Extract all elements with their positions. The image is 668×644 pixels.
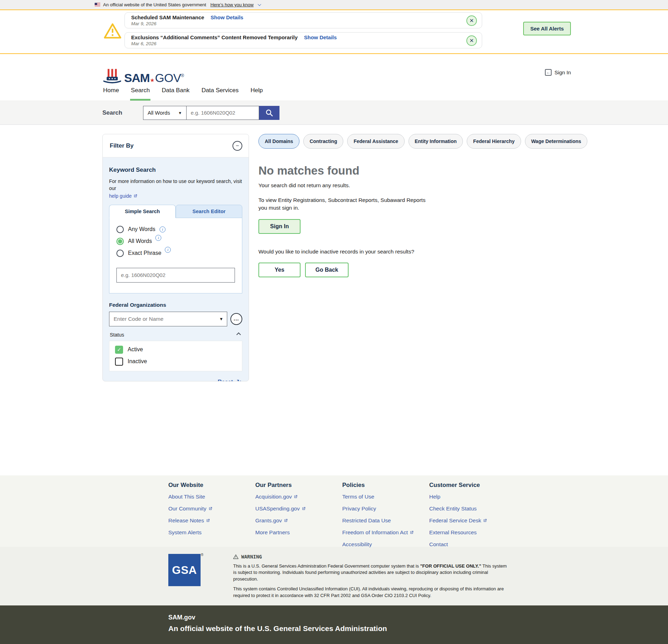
external-link-icon — [293, 495, 298, 499]
show-details-link[interactable]: Show Details — [211, 14, 243, 20]
collapse-filter-button[interactable]: − — [232, 141, 242, 151]
tab-search-editor[interactable]: Search Editor — [176, 205, 242, 218]
gsa-registered-mark: ® — [201, 553, 203, 557]
search-mode-select[interactable]: All Words ▼ — [143, 106, 187, 120]
footer-link-check-entity-status[interactable]: Check Entity Status — [429, 503, 487, 515]
domain-tab-federal-hierarchy[interactable]: Federal Hierarchy — [467, 134, 521, 149]
footer-link-release-notes[interactable]: Release Notes — [168, 515, 255, 527]
external-link-icon — [483, 518, 487, 523]
footer-column-customer-service: Customer Service Help Check Entity Statu… — [429, 479, 487, 547]
alert-maintenance: Scheduled SAM Maintenance Show Details M… — [124, 12, 482, 28]
nav-item-home[interactable]: Home — [102, 86, 120, 101]
footer-heading: Our Partners — [255, 482, 342, 489]
radio-any-words[interactable] — [116, 226, 124, 233]
footer-link-about-this-site[interactable]: About This Site — [168, 491, 255, 503]
no-results-text: Your search did not return any results. — [258, 182, 587, 189]
domain-tab-entity-information[interactable]: Entity Information — [409, 134, 463, 149]
uncle-sam-hat-icon — [102, 68, 122, 86]
warning-heading: WARNING — [241, 554, 262, 560]
more-options-button[interactable]: ... — [230, 313, 242, 325]
info-icon[interactable]: i — [165, 247, 171, 253]
go-back-button[interactable]: Go Back — [305, 263, 349, 277]
bottom-official-text: An official website of the U.S. General … — [168, 624, 668, 633]
info-icon[interactable]: i — [155, 235, 161, 241]
search-label: Search — [102, 109, 143, 116]
alert-date: Mar 9, 2026 — [131, 21, 461, 26]
us-flag-icon — [95, 3, 100, 7]
nav-item-data-bank[interactable]: Data Bank — [161, 86, 190, 101]
close-icon[interactable]: ✕ — [466, 35, 477, 46]
footer-link-restricted-data-use[interactable]: Restricted Data Use — [342, 515, 429, 527]
domain-tab-wage-determinations[interactable]: Wage Determinations — [525, 134, 588, 149]
chevron-down-icon — [258, 2, 261, 6]
footer-link-usaspending-gov[interactable]: USASpending.gov — [255, 503, 342, 515]
filter-by-title: Filter By — [110, 142, 134, 149]
footer-link-help[interactable]: Help — [429, 491, 487, 503]
show-details-link[interactable]: Show Details — [304, 34, 337, 40]
how-you-know-link[interactable]: Here’s how you know — [210, 2, 254, 7]
alert-title: Scheduled SAM Maintenance — [131, 14, 204, 20]
footer-link-privacy-policy[interactable]: Privacy Policy — [342, 503, 429, 515]
logo-gov-text: GOV — [155, 71, 181, 85]
footer-link-accessibility[interactable]: Accessibility — [342, 538, 429, 550]
footer-heading: Our Website — [168, 482, 255, 489]
status-label: Status — [110, 332, 124, 338]
footer-link-grants-gov[interactable]: Grants.gov — [255, 515, 342, 527]
footer-column-policies: Policies Terms of Use Privacy Policy Res… — [342, 479, 429, 547]
domain-tab-all-domains[interactable]: All Domains — [258, 134, 299, 149]
footer-link-federal-service-desk[interactable]: Federal Service Desk — [429, 515, 487, 527]
footer-link-contact[interactable]: Contact — [429, 538, 487, 550]
footer-link-terms-of-use[interactable]: Terms of Use — [342, 491, 429, 503]
bottom-site-name: SAM.gov — [168, 614, 668, 621]
main-content: Filter By − Keyword Search For more info… — [0, 125, 668, 475]
reset-filters-link[interactable]: Reset — [218, 379, 233, 381]
domain-tab-contracting[interactable]: Contracting — [303, 134, 344, 149]
footer-heading: Customer Service — [429, 482, 487, 489]
sign-in-label: Sign In — [554, 69, 571, 75]
footer-link-system-alerts[interactable]: System Alerts — [168, 527, 255, 538]
select-caret-icon: ▼ — [178, 111, 182, 115]
tab-simple-search[interactable]: Simple Search — [109, 205, 176, 218]
nav-item-search[interactable]: Search — [130, 86, 150, 101]
federal-org-input[interactable] — [109, 312, 227, 326]
sam-gov-logo[interactable]: SAM ★ GOV ® — [102, 60, 184, 86]
warning-triangle-icon — [104, 23, 121, 39]
close-icon[interactable]: ✕ — [466, 15, 477, 26]
include-inactive-question: Would you like to include inactive recor… — [258, 249, 587, 255]
info-icon[interactable]: i — [160, 226, 166, 232]
footer-link-foia[interactable]: Freedom of Information Act — [342, 527, 429, 538]
keyword-input[interactable] — [116, 268, 235, 283]
alerts-section: Scheduled SAM Maintenance Show Details M… — [0, 9, 668, 54]
footer-link-our-community[interactable]: Our Community — [168, 503, 255, 515]
help-guide-link[interactable]: help guide — [109, 193, 137, 199]
footer-link-acquisition-gov[interactable]: Acquisition.gov — [255, 491, 342, 503]
gov-banner-text: An official website of the United States… — [103, 2, 206, 7]
yes-button[interactable]: Yes — [258, 263, 301, 277]
checkbox-active[interactable]: ✓ — [115, 346, 123, 354]
external-link-icon — [410, 530, 414, 535]
search-input[interactable] — [187, 106, 259, 120]
footer-link-more-partners[interactable]: More Partners — [255, 527, 342, 538]
domain-tab-federal-assistance[interactable]: Federal Assistance — [347, 134, 404, 149]
nav-item-help[interactable]: Help — [250, 86, 263, 101]
domain-tabs: All Domains Contracting Federal Assistan… — [258, 134, 587, 149]
radio-any-words-label: Any Words — [128, 226, 155, 232]
radio-exact-phrase[interactable] — [116, 250, 124, 257]
simple-search-panel: Any Words i All Words i Exact Phrase i — [109, 218, 242, 293]
gsa-logo[interactable]: GSA — [168, 554, 201, 586]
footer-link-external-resources[interactable]: External Resources — [429, 527, 487, 538]
search-submit-button[interactable] — [259, 106, 279, 120]
keyword-search-heading: Keyword Search — [109, 167, 242, 174]
warning-paragraph-2: This system contains Controlled Unclassi… — [233, 586, 510, 599]
checkbox-inactive[interactable] — [115, 358, 123, 366]
chevron-up-icon[interactable] — [236, 332, 241, 337]
see-all-alerts-button[interactable]: See All Alerts — [523, 22, 571, 35]
federal-organizations-heading: Federal Organizations — [109, 302, 242, 308]
sign-in-link[interactable]: ← Sign In — [545, 68, 571, 76]
warning-paragraph-1: This is a U.S. General Services Administ… — [233, 563, 510, 582]
nav-item-data-services[interactable]: Data Services — [201, 86, 239, 101]
sign-in-button[interactable]: Sign In — [258, 219, 301, 234]
radio-all-words[interactable] — [116, 238, 124, 245]
external-link-icon — [302, 507, 306, 511]
radio-all-words-label: All Words — [128, 238, 152, 244]
